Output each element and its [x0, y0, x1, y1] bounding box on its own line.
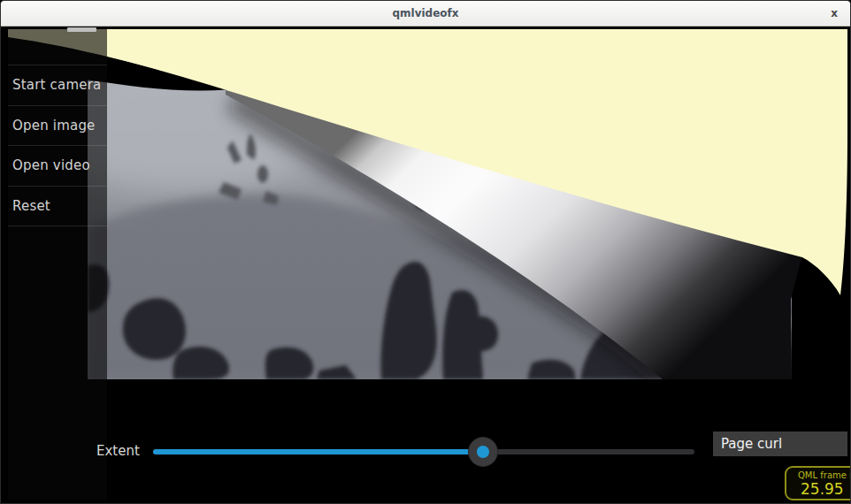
sidebar-menu: Start camera Open image Open video Reset — [8, 65, 107, 226]
fps-value: 25.95 — [801, 480, 844, 498]
effect-selector-button[interactable]: Page curl — [713, 431, 847, 456]
window-title: qmlvideofx — [1, 7, 850, 19]
menu-bar — [67, 27, 96, 32]
slider-handle-dot — [477, 446, 489, 458]
extent-slider-track[interactable] — [153, 449, 694, 454]
fps-label: QML frame r... — [798, 470, 851, 480]
app-window: Start camera Open image Open video Reset… — [0, 0, 851, 504]
extent-label: Extent — [96, 443, 140, 459]
extent-slider-fill — [153, 449, 483, 454]
sidebar-item-open-image[interactable]: Open image — [8, 106, 107, 147]
sidebar-item-start-camera[interactable]: Start camera — [8, 65, 107, 106]
sidebar-item-open-video[interactable]: Open video — [8, 146, 107, 187]
fps-box: QML frame r... 25.95 — [785, 466, 851, 500]
title-bar: qmlvideofx x — [1, 1, 850, 27]
sidebar-item-reset[interactable]: Reset — [8, 187, 107, 227]
close-icon[interactable]: x — [827, 6, 841, 20]
